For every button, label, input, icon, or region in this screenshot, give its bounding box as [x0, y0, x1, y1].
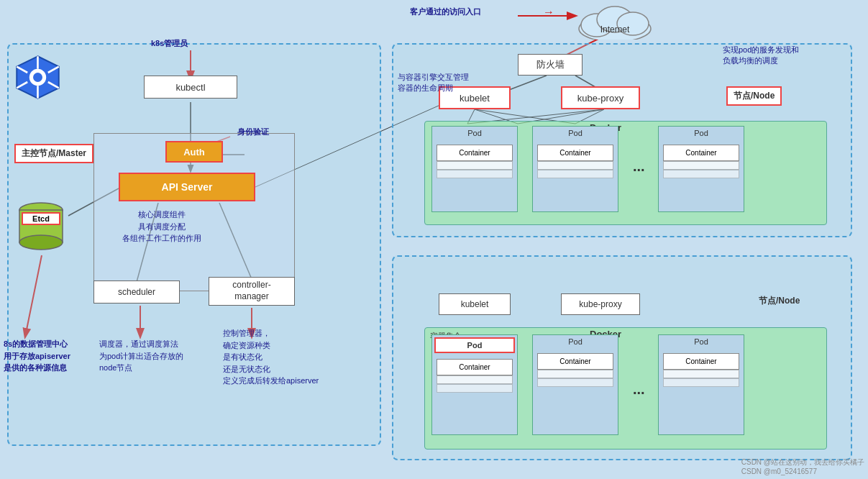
controller-desc: 控制管理器， 确定资源种类 是有状态化 还是无状态化 定义完成后转发给apise… — [223, 327, 345, 387]
etcd-desc: 8s的数据管理中心 用于存放apiserver 是供的各种源信息 — [4, 338, 97, 374]
kubelet-box-bottom: kubelet — [439, 293, 511, 315]
container-label-b1a: Container — [437, 359, 513, 375]
etcd-label: Etcd — [22, 212, 60, 225]
ellipsis-bottom: ... — [633, 381, 645, 398]
container-label-b2a: Container — [537, 353, 613, 370]
firewall-box: 防火墙 — [518, 54, 583, 76]
ellipsis-top: ... — [633, 158, 645, 175]
pod-group-bottom-3: Pod Container — [658, 334, 744, 435]
container-lifecycle-label: 与容器引擎交互管理 容器的生命周期 — [398, 72, 513, 94]
container-label-1c — [437, 170, 513, 178]
pod-label-bottom-1: Pod — [434, 337, 515, 353]
customer-access-arrow: → — [543, 6, 554, 19]
container-label-b2b — [537, 370, 613, 378]
main-diagram: k8s管理员 kubectl 主控节点/Master Auth API Serv… — [0, 0, 868, 479]
container-label-1b — [437, 161, 513, 170]
container-label-2c — [537, 170, 613, 178]
identity-verify-label: 身份验证 — [237, 126, 269, 138]
node-label-bottom: 节点/Node — [759, 295, 800, 307]
pod-group-bottom-2: Pod Container — [532, 334, 618, 435]
container-label-b3a: Container — [663, 353, 739, 370]
k8s-logo — [14, 54, 61, 101]
pod-label-3: Pod — [659, 127, 744, 140]
customer-access-label: 客户通过的访问入口 — [410, 6, 481, 18]
api-server-desc: 核心调度组件 具有调度分配 各组件工作工作的作用 — [111, 209, 212, 245]
kube-proxy-box-bottom: kube-proxy — [561, 293, 640, 315]
master-node-label: 主控节点/Master — [14, 144, 93, 163]
pod-group-2: Pod Container — [532, 126, 618, 212]
container-label-b2c — [537, 378, 613, 387]
kubectl-box: kubectl — [144, 76, 237, 99]
container-label-b1b — [437, 375, 513, 384]
auth-box: Auth — [165, 141, 223, 163]
api-server-box: API Server — [119, 173, 255, 201]
container-label-3a: Container — [663, 145, 739, 161]
container-label-b3c — [663, 378, 739, 387]
pod-label-bottom-2: Pod — [533, 335, 618, 348]
node-label-top: 节点/Node — [726, 86, 782, 106]
controller-manager-box: controller- manager — [209, 277, 295, 306]
service-discovery-label: 实现pod的服务发现和 负载均衡的调度 — [723, 45, 856, 67]
pod-label-bottom-3: Pod — [659, 335, 744, 348]
svg-point-29 — [33, 73, 42, 82]
internet-cloud: Internet — [575, 4, 647, 36]
scheduler-box: scheduler — [93, 280, 180, 304]
svg-point-32 — [19, 235, 63, 250]
container-label-2b — [537, 161, 613, 170]
etcd-container: Etcd — [16, 201, 66, 262]
pod-group-bottom-1: Pod Container — [431, 334, 518, 435]
watermark: CSDN @站在这别动，我去给你买橘子 CSDN @m0_52416577 — [741, 457, 864, 475]
container-label-3b — [663, 161, 739, 170]
pod-label-2: Pod — [533, 127, 618, 140]
container-label-3c — [663, 170, 739, 178]
pod-label-1: Pod — [432, 127, 517, 140]
container-label-b3b — [663, 370, 739, 378]
k8s-admin-label: k8s管理员 — [151, 37, 188, 50]
container-label-2a: Container — [537, 145, 613, 161]
scheduler-desc: 调度器，通过调度算法 为pod计算出适合存放的 node节点 — [99, 338, 204, 374]
container-label-b1c — [437, 384, 513, 393]
pod-group-1: Pod Container — [431, 126, 518, 212]
container-label-1a: Container — [437, 145, 513, 161]
pod-group-3: Pod Container — [658, 126, 744, 212]
svg-text:Internet: Internet — [600, 24, 630, 35]
kube-proxy-box-top: kube-proxy — [561, 86, 640, 109]
